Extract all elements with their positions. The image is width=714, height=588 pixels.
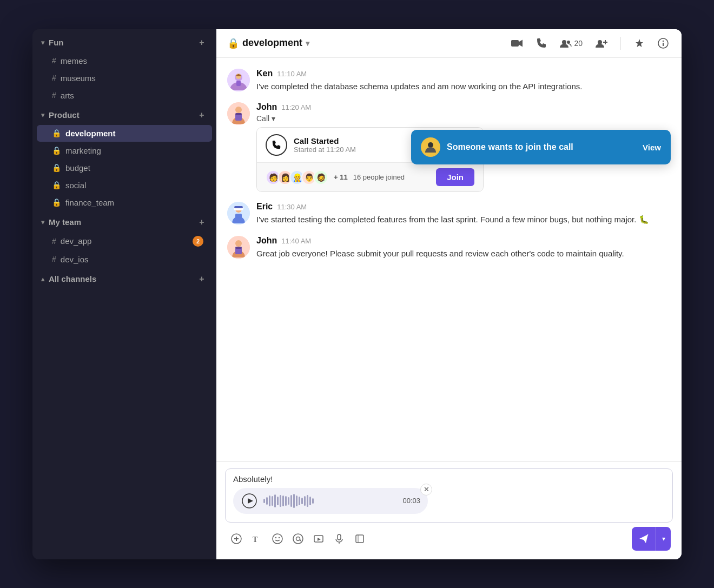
sidebar-item-label: museums: [61, 74, 203, 83]
svg-point-17: [428, 142, 433, 148]
send-message-button[interactable]: [632, 527, 656, 551]
input-text-content: Absolutely!: [233, 474, 665, 484]
audio-attachment: ✕: [233, 488, 428, 514]
svg-rect-40: [338, 534, 341, 540]
sidebar-group-my-team-header[interactable]: ▾ My team +: [32, 213, 216, 232]
mention-button[interactable]: [289, 530, 307, 548]
wave-bar: [280, 495, 281, 507]
svg-marker-39: [318, 538, 321, 541]
add-all-channels-button[interactable]: +: [196, 273, 208, 285]
chevron-down-icon: ▾: [41, 111, 44, 119]
media-button[interactable]: [309, 530, 328, 548]
pin-button[interactable]: [632, 36, 647, 51]
member-count: 20: [574, 39, 583, 48]
sidebar-group-product-header[interactable]: ▾ Product +: [32, 106, 216, 124]
sidebar-item-label: development: [65, 129, 203, 138]
lock-icon: 🔒: [52, 129, 61, 137]
sidebar-group-product-label: Product: [49, 110, 80, 120]
join-notification-banner: Someone wants to join the call View: [411, 130, 671, 164]
sidebar-group-fun: ▾ Fun + # memes # museums # arts: [32, 34, 216, 104]
call-card-bottom: 🧑 👩 👷 👨 🧔 + 11 16 people joined Join: [257, 162, 483, 191]
sidebar-item-dev-ios[interactable]: # dev_ios: [37, 251, 212, 268]
call-label-text: Call: [256, 114, 269, 123]
svg-rect-16: [235, 113, 242, 115]
close-audio-button[interactable]: ✕: [420, 484, 432, 495]
svg-point-35: [279, 537, 280, 538]
sidebar-item-social[interactable]: 🔒 social: [37, 177, 212, 194]
hash-icon: #: [52, 91, 56, 100]
avatar: [227, 102, 250, 125]
message-header: John 11:40 AM: [256, 236, 671, 246]
sidebar-group-all-channels-header[interactable]: ▴ All channels +: [32, 270, 216, 288]
hash-icon: #: [52, 255, 56, 263]
sidebar-item-dev-app[interactable]: # dev_app 2: [37, 232, 212, 250]
wave-bar: [277, 497, 279, 505]
lock-icon: 🔒: [227, 37, 239, 49]
sidebar-group-my-team: ▾ My team + # dev_app 2 # dev_ios: [32, 213, 216, 268]
sidebar-item-marketing[interactable]: 🔒 marketing: [37, 142, 212, 159]
text-format-button[interactable]: T: [248, 530, 266, 548]
add-product-channel-button[interactable]: +: [196, 109, 208, 121]
add-fun-channel-button[interactable]: +: [196, 37, 208, 49]
sidebar-item-development[interactable]: 🔒 development: [37, 125, 212, 142]
sidebar-group-fun-header[interactable]: ▾ Fun +: [32, 34, 216, 52]
svg-rect-12: [236, 81, 241, 86]
sidebar-group-product: ▾ Product + 🔒 development 🔒 marketing 🔒 …: [32, 106, 216, 211]
join-call-button[interactable]: Join: [436, 168, 474, 186]
input-area: Absolutely! ✕: [216, 461, 682, 559]
wave-bar: [299, 497, 300, 505]
plus-count: + 11: [334, 173, 348, 181]
sidebar-item-memes[interactable]: # memes: [37, 52, 212, 69]
main-chat: 🔒 development ▾ 20: [216, 29, 682, 559]
sidebar-item-label: social: [65, 181, 203, 190]
microphone-button[interactable]: [330, 530, 348, 548]
message-author: Eric: [256, 202, 273, 212]
message-header: John 11:20 AM: [256, 102, 671, 112]
play-audio-button[interactable]: [241, 492, 258, 510]
call-time: Started at 11:20 AM: [294, 146, 356, 154]
message-author: John: [256, 102, 277, 112]
info-button[interactable]: [656, 36, 671, 51]
svg-point-1: [562, 40, 566, 44]
svg-marker-28: [248, 498, 253, 504]
hash-icon: #: [52, 74, 56, 82]
video-call-button[interactable]: [509, 37, 525, 50]
send-dropdown-button[interactable]: ▾: [656, 527, 671, 551]
wave-bar: [304, 496, 306, 506]
sidebar-item-arts[interactable]: # arts: [37, 87, 212, 104]
sidebar-item-budget[interactable]: 🔒 budget: [37, 160, 212, 176]
add-my-team-channel-button[interactable]: +: [196, 216, 208, 228]
add-member-button[interactable]: [593, 37, 610, 50]
sidebar-item-finance-team[interactable]: 🔒 finance_team: [37, 194, 212, 211]
messages-container: Ken 11:10 AM I've completed the database…: [216, 58, 682, 461]
wave-bar: [290, 495, 292, 507]
send-group: ▾: [632, 527, 671, 551]
svg-point-34: [275, 537, 276, 538]
chevron-down-icon: ▾: [272, 114, 275, 123]
header-actions: 20: [509, 36, 671, 51]
expand-button[interactable]: [351, 530, 369, 548]
chevron-down-icon: ▾: [41, 219, 44, 226]
sidebar-item-label: memes: [61, 56, 203, 65]
wave-bar: [269, 495, 270, 506]
message-input-box[interactable]: Absolutely! ✕: [225, 468, 673, 523]
call-label[interactable]: Call ▾: [256, 114, 671, 123]
notification-view-button[interactable]: View: [643, 143, 661, 152]
emoji-button[interactable]: [268, 530, 287, 548]
message-header: Ken 11:10 AM: [256, 69, 671, 78]
members-button[interactable]: 20: [558, 37, 585, 50]
lock-icon: 🔒: [52, 198, 61, 207]
message-row-call: John 11:20 AM Call ▾ Call Sta: [227, 102, 671, 192]
hash-icon: #: [52, 56, 56, 65]
avatar: [227, 202, 250, 224]
sidebar-item-museums[interactable]: # museums: [37, 70, 212, 87]
add-attachment-button[interactable]: [227, 530, 246, 548]
phone-call-button[interactable]: [534, 36, 549, 51]
message-text: I've started testing the completed featu…: [256, 214, 671, 226]
avatar: [227, 236, 250, 259]
call-title: Call Started: [294, 136, 356, 146]
sidebar-group-all-channels-label: All channels: [49, 274, 96, 283]
message-text: Great job everyone! Please submit your p…: [256, 248, 671, 260]
channel-name[interactable]: 🔒 development ▾: [227, 37, 309, 49]
svg-rect-22: [234, 206, 243, 208]
